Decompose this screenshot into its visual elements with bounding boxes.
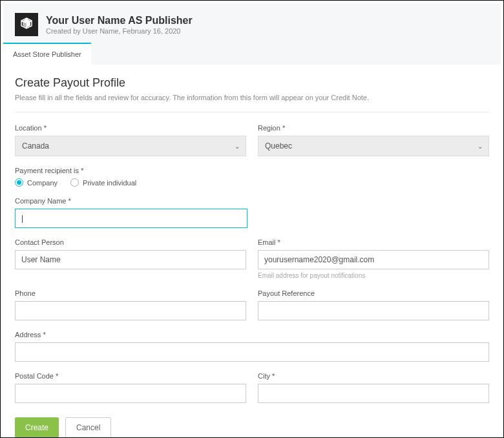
email-input[interactable]: [258, 250, 489, 269]
radio-icon: [70, 178, 79, 187]
recipient-label: Payment recipient is *: [15, 167, 489, 174]
radio-company-label: Company: [27, 179, 58, 187]
recipient-radio-group: Company Private individual: [15, 178, 489, 187]
region-label: Region *: [258, 124, 489, 132]
region-select[interactable]: Quebec: [258, 136, 489, 156]
postal-code-input[interactable]: [15, 384, 246, 403]
tab-bar: Asset Store Publisher: [3, 43, 501, 65]
page-subtitle: Please fill in all the fields and review…: [15, 94, 489, 101]
company-name-input[interactable]: [15, 209, 247, 228]
divider: [15, 112, 489, 112]
content-area: Create Payout Profile Please fill in all…: [3, 65, 501, 438]
company-name-label: Company Name *: [15, 197, 247, 205]
cancel-button[interactable]: Cancel: [65, 417, 111, 438]
payout-reference-label: Payout Reference: [258, 289, 489, 297]
unity-logo: [15, 13, 38, 36]
radio-icon: [15, 178, 23, 187]
address-label: Address *: [15, 331, 489, 339]
page-title: Create Payout Profile: [15, 76, 489, 90]
contact-person-label: Contact Person: [15, 238, 246, 246]
phone-label: Phone: [15, 289, 246, 297]
payout-reference-input[interactable]: [258, 301, 489, 320]
contact-person-input[interactable]: [15, 250, 246, 269]
location-select[interactable]: Canada: [15, 136, 246, 156]
radio-company[interactable]: Company: [15, 178, 58, 187]
publisher-subtitle: Created by User Name, February 16, 2020: [46, 27, 193, 35]
address-input[interactable]: [15, 342, 489, 362]
radio-individual[interactable]: Private individual: [70, 178, 136, 187]
email-label: Email *: [258, 238, 489, 246]
radio-individual-label: Private individual: [83, 179, 136, 187]
location-label: Location *: [15, 124, 246, 132]
unity-icon: [19, 17, 34, 32]
tab-asset-store-publisher[interactable]: Asset Store Publisher: [3, 43, 91, 65]
button-row: Create Cancel: [15, 417, 489, 438]
create-button[interactable]: Create: [15, 417, 59, 438]
page-header: Your User Name AS Publisher Created by U…: [3, 3, 501, 43]
phone-input[interactable]: [15, 301, 246, 320]
city-input[interactable]: [258, 384, 489, 403]
email-hint: Email address for payout notifications: [258, 272, 489, 279]
publisher-title: Your User Name AS Publisher: [46, 14, 193, 26]
city-label: City *: [258, 372, 489, 380]
postal-code-label: Postal Code *: [15, 372, 246, 380]
